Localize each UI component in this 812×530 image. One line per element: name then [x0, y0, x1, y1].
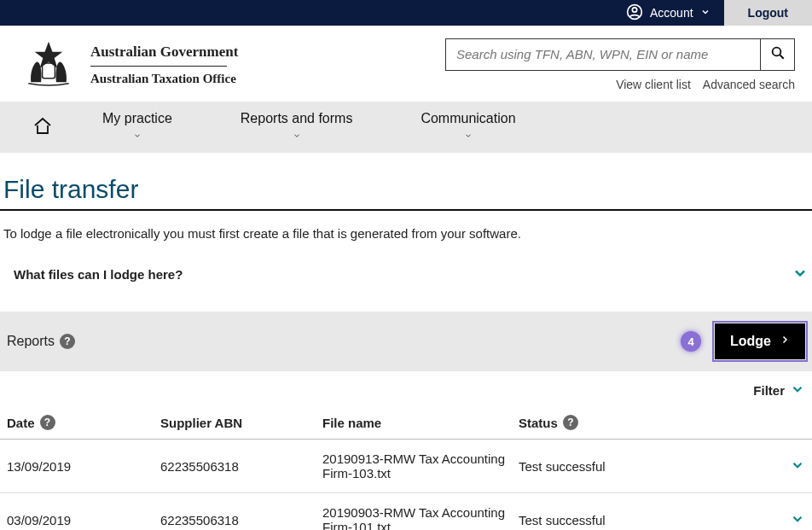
logout-label: Logout [748, 6, 788, 20]
main-nav: My practice Reports and forms Communicat… [0, 102, 812, 153]
page-title-wrap: File transfer [0, 153, 812, 211]
th-abn: Supplier ABN [160, 416, 242, 430]
svg-rect-3 [43, 63, 55, 79]
cell-status: Test successful [512, 493, 783, 531]
nav-label: Communication [420, 111, 515, 126]
nav-label: My practice [102, 111, 172, 126]
crest-icon [17, 38, 80, 91]
crest-block: Australian Government Australian Taxatio… [17, 38, 238, 91]
cell-file: 20190913-RMW Tax Accounting Firm-103.txt [316, 440, 512, 493]
row-expand[interactable] [783, 493, 812, 531]
cell-abn: 62235506318 [154, 493, 316, 531]
top-bar: Account Logout [0, 0, 812, 26]
reports-label: Reports [7, 334, 55, 349]
search-box [445, 38, 795, 71]
home-icon [32, 116, 53, 139]
nav-reports-forms[interactable]: Reports and forms [206, 102, 387, 153]
chevron-down-icon [790, 515, 805, 529]
crest-line1: Australian Government [90, 44, 238, 61]
svg-point-4 [772, 48, 780, 56]
filter-label: Filter [753, 383, 785, 398]
cell-file: 20190903-RMW Tax Accounting Firm-101.txt [316, 493, 512, 531]
view-client-list-link[interactable]: View client list [616, 78, 691, 91]
help-icon[interactable]: ? [60, 334, 75, 349]
cell-abn: 62235506318 [154, 440, 316, 493]
search-links: View client list Advanced search [616, 78, 795, 91]
nav-communication[interactable]: Communication [386, 102, 549, 153]
search-column: View client list Advanced search [445, 38, 795, 91]
svg-point-1 [632, 7, 636, 11]
header: Australian Government Australian Taxatio… [0, 26, 812, 102]
reports-left: Reports ? [7, 334, 75, 349]
chevron-down-icon [792, 265, 809, 284]
th-file: File name [322, 416, 381, 430]
account-icon [626, 3, 643, 23]
filter-toggle[interactable]: Filter [0, 371, 812, 406]
chevron-right-icon [780, 334, 790, 349]
th-date: Date [7, 416, 35, 430]
table-header-row: Date ? Supplier ABN File name Status ? [0, 406, 812, 440]
logout-button[interactable]: Logout [724, 0, 812, 26]
search-input[interactable] [446, 39, 760, 70]
svg-line-5 [780, 55, 784, 59]
count-value: 4 [687, 335, 693, 348]
table-row: 03/09/2019 62235506318 20190903-RMW Tax … [0, 493, 812, 531]
nav-home[interactable] [17, 116, 68, 139]
reports-table: Date ? Supplier ABN File name Status ? 1… [0, 406, 812, 530]
accordion-what-files[interactable]: What files can I lodge here? [0, 258, 812, 294]
reports-right: 4 Lodge [681, 323, 805, 359]
th-status: Status [519, 416, 558, 430]
nav-label: Reports and forms [241, 111, 353, 126]
search-icon [770, 45, 786, 63]
chevron-down-icon [790, 461, 805, 475]
account-menu[interactable]: Account [612, 0, 724, 26]
search-button[interactable] [760, 39, 794, 70]
chevron-down-icon [131, 128, 143, 143]
crest-line2: Australian Taxation Office [90, 72, 238, 86]
cell-status: Test successful [512, 440, 783, 493]
page-title: File transfer [3, 175, 809, 204]
advanced-search-link[interactable]: Advanced search [703, 78, 795, 91]
crest-divider [90, 66, 227, 67]
cell-date: 03/09/2019 [0, 493, 154, 531]
nav-my-practice[interactable]: My practice [68, 102, 206, 153]
chevron-down-icon [462, 128, 474, 143]
accordion-label: What files can I lodge here? [14, 267, 183, 282]
lodge-label: Lodge [730, 334, 771, 349]
chevron-down-icon [291, 128, 303, 143]
lodge-button[interactable]: Lodge [715, 323, 805, 359]
help-icon[interactable]: ? [40, 415, 55, 430]
row-expand[interactable] [783, 440, 812, 493]
count-badge: 4 [681, 331, 701, 352]
chevron-down-icon [700, 6, 710, 20]
reports-bar: Reports ? 4 Lodge [0, 312, 812, 371]
chevron-down-icon [790, 381, 805, 399]
cell-date: 13/09/2019 [0, 440, 154, 493]
help-icon[interactable]: ? [563, 415, 578, 430]
account-label: Account [650, 6, 693, 20]
table-row: 13/09/2019 62235506318 20190913-RMW Tax … [0, 440, 812, 493]
intro-text: To lodge a file electronically you must … [0, 218, 812, 258]
crest-text: Australian Government Australian Taxatio… [90, 44, 238, 86]
